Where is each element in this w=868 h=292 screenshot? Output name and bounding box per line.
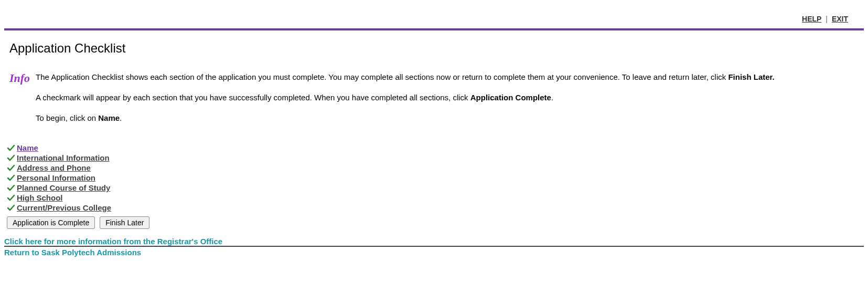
checkmark-icon	[7, 194, 15, 202]
info-text-span: The Application Checklist shows each sec…	[36, 72, 728, 81]
page-title: Application Checklist	[9, 41, 864, 56]
checklist-item: Planned Course of Study	[7, 183, 864, 192]
application-complete-button[interactable]: Application is Complete	[7, 216, 95, 229]
checkmark-icon	[7, 174, 15, 182]
checkmark-icon	[7, 144, 15, 152]
info-text-span: .	[120, 113, 122, 122]
checklist-link[interactable]: Name	[17, 143, 38, 152]
info-paragraph-2: A checkmark will appear by each section …	[36, 92, 775, 103]
exit-link[interactable]: EXIT	[832, 15, 848, 23]
header-divider	[4, 28, 864, 30]
checklist-item: International Information	[7, 153, 864, 162]
footer: Click here for more information from the…	[4, 237, 864, 258]
info-text-bold: Finish Later.	[728, 72, 774, 81]
top-nav: HELP | EXIT	[4, 4, 864, 28]
footer-divider: Return to Sask Polytech Admissions	[4, 246, 864, 258]
help-link[interactable]: HELP	[802, 15, 821, 23]
checklist-link[interactable]: Address and Phone	[17, 163, 91, 172]
info-section: Info The Application Checklist shows eac…	[4, 71, 864, 133]
checkmark-icon	[7, 204, 15, 212]
button-row: Application is Complete Finish Later	[4, 216, 864, 229]
checklist-link[interactable]: International Information	[17, 153, 110, 162]
info-paragraph-3: To begin, click on Name.	[36, 112, 775, 123]
checklist-link[interactable]: Current/Previous College	[17, 203, 111, 212]
checklist-item: Current/Previous College	[7, 203, 864, 212]
checklist-link[interactable]: Planned Course of Study	[17, 183, 110, 192]
info-text: The Application Checklist shows each sec…	[36, 71, 775, 133]
return-admissions-link[interactable]: Return to Sask Polytech Admissions	[4, 247, 864, 258]
nav-separator: |	[826, 15, 828, 23]
checkmark-icon	[7, 164, 15, 172]
checklist-item: Personal Information	[7, 173, 864, 182]
info-text-bold: Application Complete	[470, 93, 551, 102]
checklist-link[interactable]: High School	[17, 193, 63, 202]
checklist-item: High School	[7, 193, 864, 202]
info-text-span: .	[551, 93, 553, 102]
finish-later-button[interactable]: Finish Later	[100, 216, 149, 229]
info-text-bold: Name	[98, 113, 120, 122]
info-paragraph-1: The Application Checklist shows each sec…	[36, 71, 775, 82]
info-icon: Info	[9, 71, 30, 85]
checklist-link[interactable]: Personal Information	[17, 173, 95, 182]
info-text-span: A checkmark will appear by each section …	[36, 93, 470, 102]
checkmark-icon	[7, 154, 15, 162]
checkmark-icon	[7, 184, 15, 192]
registrar-info-link[interactable]: Click here for more information from the…	[4, 237, 864, 246]
checklist: NameInternational InformationAddress and…	[4, 143, 864, 212]
checklist-item: Name	[7, 143, 864, 152]
info-text-span: To begin, click on	[36, 113, 98, 122]
checklist-item: Address and Phone	[7, 163, 864, 172]
